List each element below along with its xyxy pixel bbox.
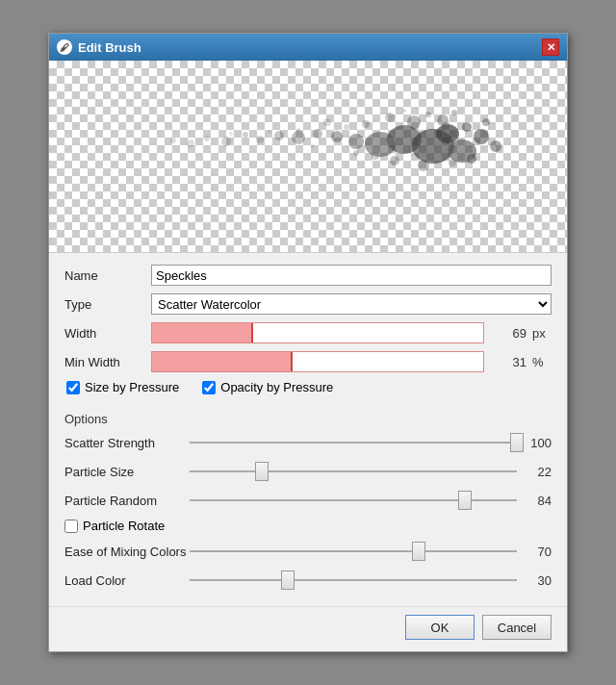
size-by-pressure-label: Size by Pressure: [85, 380, 179, 394]
load-color-row: Load Color 30: [64, 570, 552, 591]
load-color-thumb[interactable]: [281, 571, 295, 590]
ease-mixing-track: [190, 550, 517, 552]
brush-icon: 🖌: [57, 39, 72, 55]
particle-rotate-label: Particle Rotate: [83, 519, 165, 533]
name-label: Name: [64, 268, 151, 283]
svg-point-17: [385, 113, 395, 122]
svg-point-7: [313, 129, 322, 139]
minwidth-unit: %: [532, 355, 552, 369]
particle-size-value: 22: [523, 465, 552, 479]
scatter-strength-label: Scatter Strength: [64, 436, 190, 450]
width-value: 69: [492, 326, 526, 341]
ok-button[interactable]: OK: [405, 615, 475, 640]
form-area: Name Type Scatter Watercolor Round Flat …: [49, 253, 567, 410]
ease-mixing-thumb[interactable]: [412, 542, 425, 561]
title-bar-left: 🖌 Edit Brush: [57, 39, 141, 55]
svg-point-8: [292, 131, 305, 144]
name-row: Name: [64, 265, 552, 286]
bottom-buttons: OK Cancel: [49, 606, 567, 651]
minwidth-label: Min Width: [64, 355, 151, 369]
svg-point-10: [256, 136, 264, 143]
svg-point-11: [243, 132, 248, 138]
type-row: Type Scatter Watercolor Round Flat Fan D…: [64, 293, 552, 315]
ease-mixing-slider[interactable]: [190, 541, 517, 562]
particle-size-thumb[interactable]: [255, 462, 269, 481]
title-bar: 🖌 Edit Brush ✕: [49, 34, 567, 61]
edit-brush-dialog: 🖌 Edit Brush ✕: [48, 33, 568, 652]
scatter-strength-slider[interactable]: [190, 432, 517, 453]
particle-random-thumb[interactable]: [458, 491, 472, 510]
opacity-by-pressure-item: Opacity by Pressure: [202, 380, 333, 394]
particle-random-row: Particle Random 84: [64, 490, 552, 511]
scatter-strength-row: Scatter Strength 100: [64, 432, 552, 453]
svg-point-30: [467, 154, 476, 164]
particle-size-track: [190, 470, 517, 472]
ease-mixing-value: 70: [523, 545, 552, 559]
svg-point-13: [204, 136, 210, 141]
particle-random-value: 84: [523, 494, 552, 508]
svg-point-19: [462, 122, 472, 132]
type-select[interactable]: Scatter Watercolor Round Flat Fan Detail: [151, 293, 552, 315]
pressure-checkboxes: Size by Pressure Opacity by Pressure: [64, 380, 552, 394]
particle-size-label: Particle Size: [64, 465, 190, 479]
load-color-value: 30: [523, 573, 552, 588]
svg-point-3: [365, 132, 396, 157]
svg-point-36: [402, 109, 406, 113]
dialog-title: Edit Brush: [78, 40, 141, 55]
particle-random-label: Particle Random: [64, 494, 190, 508]
svg-point-6: [331, 131, 343, 142]
scatter-strength-thumb[interactable]: [510, 433, 524, 452]
close-button[interactable]: ✕: [542, 38, 559, 56]
svg-point-16: [407, 115, 421, 129]
size-by-pressure-checkbox[interactable]: [66, 381, 80, 394]
size-by-pressure-item: Size by Pressure: [66, 380, 179, 394]
particle-random-track: [190, 499, 517, 501]
svg-point-31: [296, 128, 300, 132]
particle-size-slider[interactable]: [190, 461, 517, 482]
svg-point-26: [390, 156, 399, 165]
minwidth-value: 31: [492, 355, 526, 369]
cancel-button[interactable]: Cancel: [482, 615, 552, 640]
opacity-by-pressure-checkbox[interactable]: [202, 381, 216, 394]
ease-mixing-row: Ease of Mixing Colors 70: [64, 541, 552, 562]
svg-point-14: [187, 140, 194, 147]
svg-point-33: [268, 130, 271, 134]
particle-size-row: Particle Size 22: [64, 461, 552, 482]
svg-point-29: [353, 150, 359, 156]
particle-random-slider[interactable]: [190, 490, 517, 511]
width-unit: px: [532, 326, 552, 341]
name-input[interactable]: [151, 265, 552, 286]
svg-point-9: [274, 131, 284, 140]
width-slider-track[interactable]: [151, 322, 484, 343]
brush-stroke-svg: [106, 93, 510, 209]
minwidth-slider-track[interactable]: [151, 351, 484, 372]
svg-point-38: [482, 118, 490, 126]
brush-preview: [49, 61, 567, 253]
svg-point-32: [311, 144, 315, 148]
svg-point-37: [451, 110, 457, 115]
options-section: Options Scatter Strength 100 Particle Si…: [49, 412, 567, 606]
minwidth-row: Min Width 31 %: [64, 351, 552, 372]
opacity-by-pressure-label: Opacity by Pressure: [220, 380, 333, 394]
svg-point-23: [474, 129, 489, 144]
svg-point-25: [418, 160, 429, 171]
svg-point-35: [425, 112, 431, 117]
ease-mixing-label: Ease of Mixing Colors: [64, 545, 190, 559]
svg-point-20: [362, 120, 370, 128]
load-color-label: Load Color: [64, 573, 190, 588]
scatter-strength-value: 100: [523, 436, 552, 450]
particle-rotate-checkbox[interactable]: [64, 520, 78, 533]
scatter-strength-track: [190, 442, 517, 444]
svg-point-34: [229, 132, 233, 136]
svg-point-27: [449, 159, 456, 166]
svg-point-15: [170, 138, 176, 143]
svg-point-24: [490, 140, 501, 152]
load-color-slider[interactable]: [190, 570, 517, 591]
svg-point-22: [323, 118, 331, 126]
svg-point-18: [437, 114, 449, 126]
svg-point-21: [344, 124, 349, 130]
load-color-track: [190, 579, 517, 581]
svg-point-28: [372, 152, 379, 160]
svg-point-12: [221, 137, 231, 146]
width-label: Width: [64, 326, 151, 341]
